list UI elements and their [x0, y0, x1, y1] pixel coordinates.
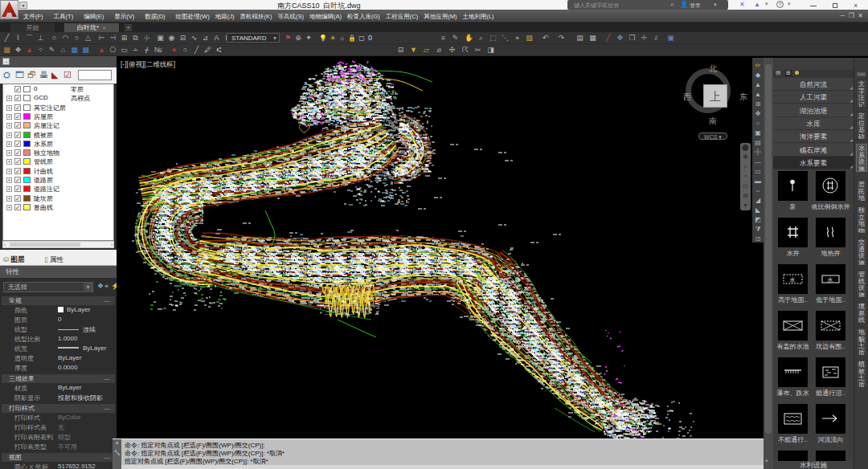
svg-text:水: 水 — [790, 277, 796, 283]
svg-text:水: 水 — [828, 277, 833, 283]
